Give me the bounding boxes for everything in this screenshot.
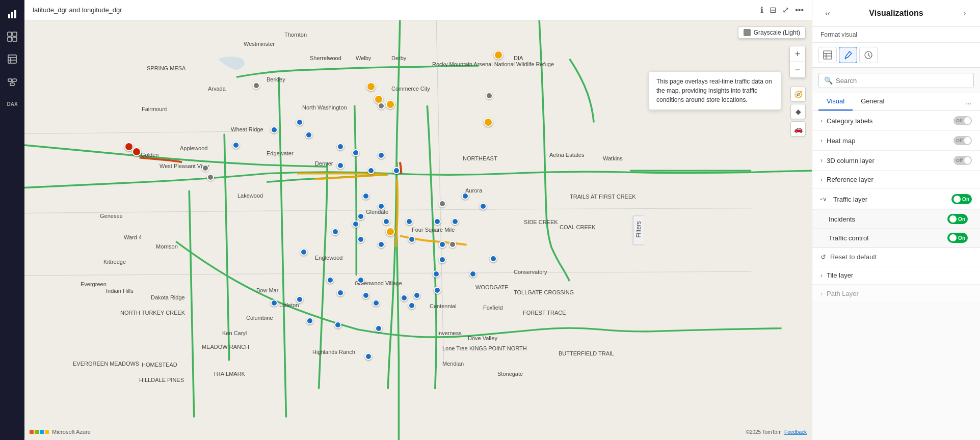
store-dot [357,213,364,220]
format-tab-grid[interactable] [818,47,837,63]
tooltip-text: This page overlays real-time traffic dat… [656,78,772,103]
reset-icon: ↺ [820,253,826,261]
expand-panel-button[interactable]: › [958,6,972,20]
microsoft-logo [30,430,49,434]
sidebar-item-dax[interactable]: DAX [2,94,22,114]
collapse-panel-button[interactable]: ‹‹ [820,6,835,20]
zoom-out-button[interactable]: − [790,62,805,77]
map-container[interactable]: WestminsterSherrelwoodWelbyDerbyRocky Mo… [24,20,812,440]
incidents-toggle-label: On [958,216,965,222]
visualizations-title: Visualizations [869,9,923,18]
orange-marker [494,50,503,60]
store-dot [327,277,334,284]
store-dot [434,218,441,225]
ms-logo-red [30,430,34,434]
category-labels-toggle-thumb [964,117,971,124]
tab-visual[interactable]: Visual [818,93,853,111]
setting-row-reference-layer[interactable]: Reference layer [812,171,980,189]
traffic-layer-chevron: ∨ [820,196,827,203]
grey-marker [486,92,493,99]
setting-row-tile-layer[interactable]: Tile layer [812,266,980,285]
store-dot [232,142,240,149]
reset-label: Reset to default [830,253,877,261]
left-sidebar: DAX [0,0,24,440]
sidebar-item-chart[interactable] [2,4,22,24]
car-button[interactable]: 🚗 [790,121,806,136]
expand-icon[interactable]: ⤢ [782,5,789,15]
svg-rect-1 [11,12,13,18]
traffic-layer-text: Traffic layer [833,196,867,203]
sidebar-item-table[interactable] [2,26,22,47]
filters-tab[interactable]: Filters [633,215,644,245]
format-tab-paintbrush[interactable] [839,47,857,63]
zoom-in-button[interactable]: + [790,46,805,62]
store-dot [305,131,312,139]
sidebar-item-model[interactable] [2,71,22,92]
store-dot [296,296,303,303]
compass-button[interactable]: 🧭 [790,87,806,102]
setting-row-category-labels[interactable]: Category labels Off [812,111,980,131]
svg-rect-13 [10,83,14,86]
traffic-control-toggle[interactable]: On [947,233,968,243]
store-dot [337,289,344,296]
traffic-incidents-row[interactable]: Incidents On [812,210,980,229]
3d-column-toggle[interactable]: Off [953,156,972,165]
title-actions: ℹ ⊟ ⤢ ••• [760,5,804,15]
store-dot [434,287,441,294]
map-style-badge[interactable]: Grayscale (Light) [738,26,806,39]
search-input[interactable] [836,77,968,85]
heat-map-label: Heat map [820,137,855,145]
zoom-controls: + − [789,46,806,78]
location-button[interactable]: ◆ [790,104,806,119]
setting-row-heat-map[interactable]: Heat map Off [812,131,980,151]
store-dot [401,294,408,301]
ms-logo-yellow [45,430,49,434]
path-layer-label: Path Layer [820,290,859,297]
3d-column-label: 3D column layer [820,157,875,164]
svg-rect-4 [13,32,17,36]
traffic-control-toggle-label: On [958,235,965,241]
filter-icon[interactable]: ⊟ [770,5,776,15]
format-tab-analytics[interactable] [859,47,878,63]
category-labels-label: Category labels [820,117,872,125]
heat-map-toggle-label: Off [956,138,963,143]
svg-rect-5 [8,37,12,41]
3d-column-chevron [820,157,823,164]
setting-row-path-layer[interactable]: Path Layer [812,285,980,303]
reset-to-default-button[interactable]: ↺ Reset to default [812,248,980,266]
ms-logo-blue [40,430,44,434]
setting-row-traffic-layer[interactable]: ∨ Traffic layer On [812,189,980,210]
category-labels-chevron [820,117,823,124]
store-dot [271,299,278,307]
tile-layer-chevron [820,272,823,279]
traffic-layer-toggle[interactable]: On [951,194,972,204]
reference-layer-label: Reference layer [820,176,873,183]
setting-row-3d-column[interactable]: 3D column layer Off [812,151,980,171]
feedback-link[interactable]: Feedback [784,429,807,435]
heat-map-toggle[interactable]: Off [953,136,972,145]
tab-general[interactable]: General [853,93,892,111]
store-dot [406,218,413,225]
store-dot [452,218,459,225]
store-dot [378,152,385,159]
traffic-control-row[interactable]: Traffic control On [812,229,980,248]
3d-column-text: 3D column layer [827,157,875,164]
reference-layer-text: Reference layer [827,176,873,183]
search-icon: 🔍 [824,76,833,85]
grey-marker [253,82,260,89]
category-labels-toggle-label: Off [956,118,963,123]
store-dot [362,193,369,200]
search-box[interactable]: 🔍 [818,73,974,88]
heat-map-text: Heat map [827,137,855,145]
info-icon[interactable]: ℹ [760,5,763,15]
traffic-control-toggle-thumb [949,234,957,241]
orange-marker [484,118,493,127]
heat-map-chevron [820,137,823,144]
incidents-toggle[interactable]: On [947,214,968,224]
red-marker [132,147,141,156]
more-options-icon[interactable]: ••• [795,6,804,15]
more-options-button[interactable]: ... [963,93,974,111]
category-labels-toggle[interactable]: Off [953,116,972,125]
settings-list: Category labels Off Heat map Off [812,111,980,440]
sidebar-item-pages[interactable] [2,49,22,69]
